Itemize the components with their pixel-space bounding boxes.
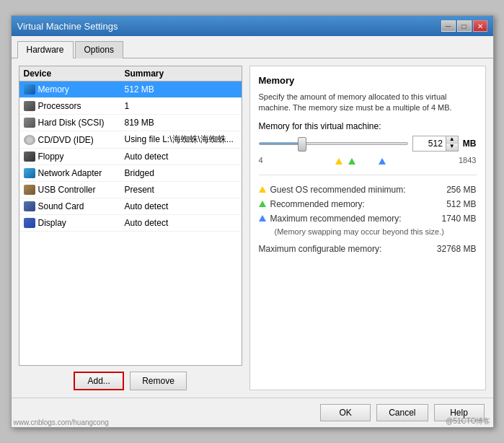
memory-info-row-max-recommended: Maximum recommended memory: 1740 MB bbox=[259, 211, 477, 226]
slider-scale: 4 1843 bbox=[259, 156, 477, 167]
table-row[interactable]: Floppy Auto detect bbox=[19, 149, 242, 165]
memory-slider-thumb[interactable] bbox=[298, 137, 306, 152]
main-content: Device Summary Memory 512 MB bbox=[12, 58, 493, 398]
tab-hardware[interactable]: Hardware bbox=[17, 41, 74, 58]
device-summary-sound: Auto detect bbox=[125, 201, 237, 211]
memory-info-row-guest-min: Guest OS recommended minimum: 256 MB bbox=[259, 183, 477, 197]
memory-info-row-recommended: Recommended memory: 512 MB bbox=[259, 197, 477, 211]
yellow-indicator-icon bbox=[259, 186, 266, 193]
memory-info-table: Guest OS recommended minimum: 256 MB Rec… bbox=[259, 175, 477, 256]
table-row[interactable]: Sound Card Auto detect bbox=[19, 198, 242, 215]
device-name-floppy: Floppy bbox=[38, 152, 125, 162]
green-indicator-icon bbox=[259, 201, 266, 207]
yellow-triangle-icon bbox=[335, 158, 342, 165]
harddisk-icon bbox=[24, 117, 35, 128]
memory-slider-track bbox=[259, 142, 408, 145]
device-summary-harddisk: 819 MB bbox=[125, 118, 237, 128]
maximize-button[interactable]: □ bbox=[457, 20, 472, 32]
memory-info-row-max-config: Maximum configurable memory: 32768 MB bbox=[259, 242, 477, 256]
device-summary-memory: 512 MB bbox=[125, 84, 237, 95]
device-summary-usb: Present bbox=[125, 185, 237, 195]
memory-slider-fill bbox=[260, 143, 301, 144]
display-icon bbox=[24, 217, 35, 229]
memory-input-row: ▲ ▼ MB bbox=[259, 136, 477, 152]
slider-max-label: 1843 bbox=[459, 156, 476, 165]
max-recommended-value: 1740 MB bbox=[441, 214, 476, 224]
window-title: Virtual Machine Settings bbox=[17, 21, 118, 32]
device-summary-floppy: Auto detect bbox=[125, 152, 237, 162]
watermark-left: www.cnblogs.com/huangcong bbox=[14, 418, 109, 426]
device-buttons: Add... Remove bbox=[19, 372, 242, 390]
device-name-usb: USB Controller bbox=[38, 185, 125, 195]
section-description: Specify the amount of memory allocated t… bbox=[259, 92, 477, 114]
green-triangle-icon bbox=[348, 158, 355, 165]
max-config-label: Maximum configurable memory: bbox=[259, 244, 382, 254]
guest-min-label: Guest OS recommended minimum: bbox=[259, 185, 406, 195]
table-row[interactable]: Hard Disk (SCSI) 819 MB bbox=[19, 115, 242, 131]
recommended-label: Recommended memory: bbox=[259, 199, 365, 209]
table-row[interactable]: USB Controller Present bbox=[19, 182, 242, 198]
sound-icon bbox=[24, 201, 35, 212]
add-button[interactable]: Add... bbox=[74, 372, 124, 390]
recommended-value: 512 MB bbox=[446, 199, 476, 209]
col-header-device: Device bbox=[24, 69, 125, 79]
table-row[interactable]: Memory 512 MB bbox=[19, 82, 242, 98]
table-row[interactable]: Processors 1 bbox=[19, 98, 242, 115]
table-header: Device Summary bbox=[19, 66, 242, 82]
memory-slider-container[interactable] bbox=[259, 136, 408, 151]
spinbox-buttons: ▲ ▼ bbox=[446, 136, 458, 151]
floppy-icon bbox=[24, 151, 35, 162]
device-name-processors: Processors bbox=[38, 101, 125, 111]
blue-triangle-icon bbox=[379, 158, 386, 165]
processors-icon bbox=[24, 100, 35, 112]
device-name-harddisk: Hard Disk (SCSI) bbox=[38, 118, 125, 128]
memory-icon bbox=[24, 84, 35, 95]
memory-spinbox[interactable]: ▲ ▼ bbox=[412, 136, 459, 152]
device-table: Device Summary Memory 512 MB bbox=[19, 66, 242, 366]
memory-for-vm-label: Memory for this virtual machine: bbox=[259, 121, 477, 131]
remove-button[interactable]: Remove bbox=[130, 372, 187, 390]
spinbox-up-button[interactable]: ▲ bbox=[446, 136, 458, 144]
left-panel: Device Summary Memory 512 MB bbox=[19, 66, 242, 390]
mb-unit-label: MB bbox=[463, 139, 477, 149]
guest-min-value: 256 MB bbox=[446, 185, 476, 195]
cancel-button[interactable]: Cancel bbox=[376, 404, 428, 421]
tab-options[interactable]: Options bbox=[75, 41, 123, 58]
device-summary-network: Bridged bbox=[125, 168, 237, 178]
blue-indicator-icon bbox=[259, 215, 266, 222]
device-summary-processors: 1 bbox=[125, 101, 237, 111]
slider-triangles bbox=[335, 158, 386, 165]
memory-swap-note: (Memory swapping may occur beyond this s… bbox=[259, 226, 477, 237]
section-title: Memory bbox=[259, 75, 477, 86]
device-summary-display: Auto detect bbox=[125, 218, 237, 228]
titlebar-buttons: ─ □ ✕ bbox=[441, 20, 487, 32]
titlebar: Virtual Machine Settings ─ □ ✕ bbox=[12, 16, 493, 36]
virtual-machine-settings-window: Virtual Machine Settings ─ □ ✕ Hardware … bbox=[11, 15, 494, 428]
memory-value-input[interactable] bbox=[413, 137, 446, 150]
col-header-summary: Summary bbox=[125, 69, 237, 79]
table-row[interactable]: Network Adapter Bridged bbox=[19, 165, 242, 182]
device-name-network: Network Adapter bbox=[38, 168, 125, 178]
usb-icon bbox=[24, 184, 35, 196]
max-config-value: 32768 MB bbox=[437, 244, 477, 254]
table-row[interactable]: Display Auto detect bbox=[19, 215, 242, 232]
device-name-cdrom: CD/DVD (IDE) bbox=[38, 135, 125, 145]
slider-min-label: 4 bbox=[259, 156, 263, 165]
device-summary-cdrom: Using file L:\海蜘蛛\海蜘蛛... bbox=[125, 133, 237, 146]
device-name-display: Display bbox=[38, 218, 125, 228]
max-recommended-label: Maximum recommended memory: bbox=[259, 214, 402, 224]
device-name-memory: Memory bbox=[38, 84, 125, 95]
minimize-button[interactable]: ─ bbox=[441, 20, 456, 32]
close-button[interactable]: ✕ bbox=[473, 20, 487, 32]
table-row[interactable]: CD/DVD (IDE) Using file L:\海蜘蛛\海蜘蛛... bbox=[19, 131, 242, 149]
network-icon bbox=[24, 167, 35, 179]
spinbox-down-button[interactable]: ▼ bbox=[446, 144, 458, 151]
cdrom-icon bbox=[24, 134, 35, 146]
memory-settings-panel: Memory Specify the amount of memory allo… bbox=[249, 66, 486, 390]
device-name-sound: Sound Card bbox=[38, 201, 125, 211]
ok-button[interactable]: OK bbox=[320, 404, 371, 421]
tab-bar: Hardware Options bbox=[12, 36, 493, 58]
watermark-right: @51CTO博客 bbox=[446, 416, 490, 426]
